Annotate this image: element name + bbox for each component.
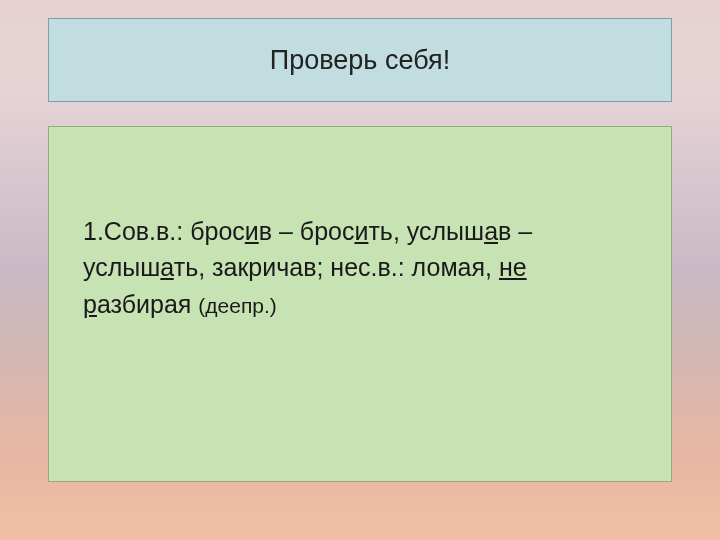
content-text: 1.Сов.в.: бросив – бросить, услышав – ус…: [83, 213, 637, 322]
title-box: Проверь себя!: [48, 18, 672, 102]
underline-word: не: [499, 253, 527, 281]
underline-letter: а: [484, 217, 498, 245]
underline-letter: р: [83, 290, 97, 318]
note-text: (деепр.): [198, 294, 276, 317]
underline-letter: и: [354, 217, 368, 245]
text-seg: ть, закричав; нес.в.: ломая,: [174, 253, 499, 281]
text-seg: азбирая: [97, 290, 198, 318]
slide-title: Проверь себя!: [270, 45, 450, 76]
underline-letter: и: [245, 217, 259, 245]
text-seg: 1.Сов.в.: брос: [83, 217, 245, 245]
text-seg: в – брос: [259, 217, 355, 245]
underline-letter: а: [160, 253, 173, 281]
content-box: 1.Сов.в.: бросив – бросить, услышав – ус…: [48, 126, 672, 482]
slide: Проверь себя! 1.Сов.в.: бросив – бросить…: [0, 0, 720, 540]
text-seg: ть, услыш: [368, 217, 484, 245]
